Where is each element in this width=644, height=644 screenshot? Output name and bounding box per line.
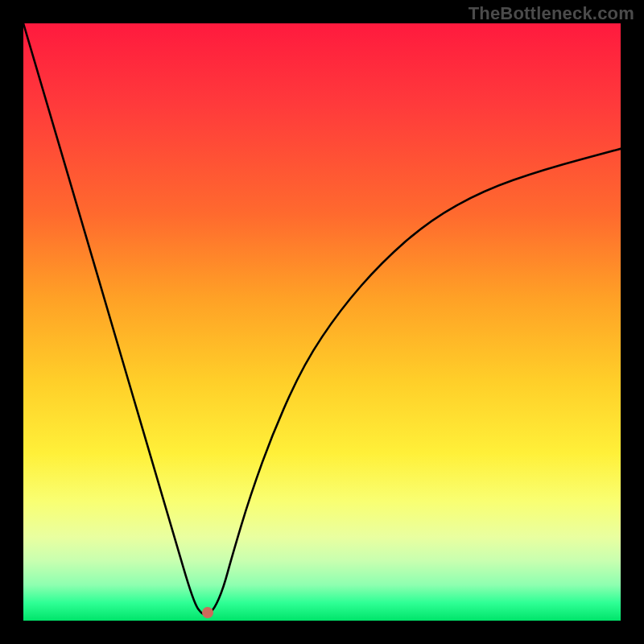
chart-frame: TheBottleneck.com xyxy=(0,0,644,644)
bottleneck-curve xyxy=(23,23,621,621)
watermark-text: TheBottleneck.com xyxy=(469,3,634,24)
plot-area xyxy=(23,23,621,621)
optimum-marker xyxy=(202,607,213,618)
